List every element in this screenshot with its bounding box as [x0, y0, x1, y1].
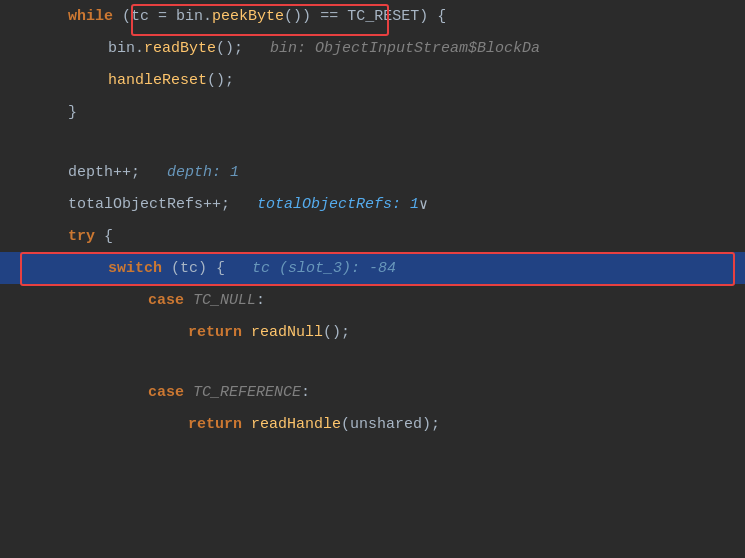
var-depth: depth [68, 164, 113, 181]
debug-tc: tc (slot_3): -84 [252, 260, 396, 277]
const-tc-null: TC_NULL [193, 292, 256, 309]
debug-totalobjectrefs: totalObjectRefs: 1 [257, 196, 419, 213]
code-line-4: } [0, 96, 745, 128]
fn-readbyte: readByte [144, 40, 216, 57]
var-bin: bin [176, 8, 203, 25]
keyword-switch: switch [108, 260, 162, 277]
plain-7: (); [216, 40, 270, 57]
plain-13: ( [162, 260, 180, 277]
code-line-13: case TC_REFERENCE : [0, 376, 745, 408]
keyword-case-null: case [148, 292, 184, 309]
fn-handlereset: handleReset [108, 72, 207, 89]
code-editor: while ( tc = bin . peekByte ()) == TC_RE… [0, 0, 745, 558]
plain-9: } [68, 104, 77, 121]
plain-17 [242, 324, 251, 341]
code-line-11: return readNull (); [0, 316, 745, 348]
const-tc-reference: TC_REFERENCE [193, 384, 301, 401]
keyword-try: try [68, 228, 95, 245]
code-line-2: bin . readByte (); bin: ObjectInputStrea… [0, 32, 745, 64]
plain-14: ) { [198, 260, 252, 277]
plain-11: ++; [203, 196, 257, 213]
plain-19 [184, 384, 193, 401]
keyword-while: while [68, 8, 113, 25]
plain-15 [184, 292, 193, 309]
plain-5: == TC_RESET) { [311, 8, 446, 25]
plain-18: (); [323, 324, 350, 341]
plain-23: ); [422, 416, 440, 433]
fn-readhandle: readHandle [251, 416, 341, 433]
code-line-12 [0, 348, 745, 376]
plain-16: : [256, 292, 265, 309]
keyword-return-1: return [188, 324, 242, 341]
plain-8: (); [207, 72, 234, 89]
debug-depth: depth: 1 [167, 164, 239, 181]
code-line-9: switch ( tc ) { tc (slot_3): -84 [0, 252, 745, 284]
code-line-5 [0, 128, 745, 156]
plain-2: = [149, 8, 176, 25]
plain-3: . [203, 8, 212, 25]
keyword-case-ref: case [148, 384, 184, 401]
comment-bin: bin: ObjectInputStream$BlockDa [270, 40, 540, 57]
var-tc-1: tc [131, 8, 149, 25]
keyword-return-2: return [188, 416, 242, 433]
plain-4: ()) [284, 8, 311, 25]
plain-12: { [95, 228, 113, 245]
code-line-7: totalObjectRefs ++; totalObjectRefs: 1 ∨ [0, 188, 745, 220]
code-line-1: while ( tc = bin . peekByte ()) == TC_RE… [0, 0, 745, 32]
code-line-3: handleReset (); [0, 64, 745, 96]
plain-1: ( [113, 8, 131, 25]
var-bin-2: bin [108, 40, 135, 57]
var-unshared: unshared [350, 416, 422, 433]
var-tc-2: tc [180, 260, 198, 277]
plain-21 [242, 416, 251, 433]
plain-20: : [301, 384, 310, 401]
code-line-10: case TC_NULL : [0, 284, 745, 316]
fn-peekbyte: peekByte [212, 8, 284, 25]
plain-chevron: ∨ [419, 195, 428, 214]
code-line-14: return readHandle ( unshared ); [0, 408, 745, 440]
code-line-6: depth ++; depth: 1 [0, 156, 745, 188]
var-totalobjectrefs: totalObjectRefs [68, 196, 203, 213]
plain-22: ( [341, 416, 350, 433]
plain-6: . [135, 40, 144, 57]
fn-readnull: readNull [251, 324, 323, 341]
code-line-8: try { [0, 220, 745, 252]
plain-10: ++; [113, 164, 167, 181]
